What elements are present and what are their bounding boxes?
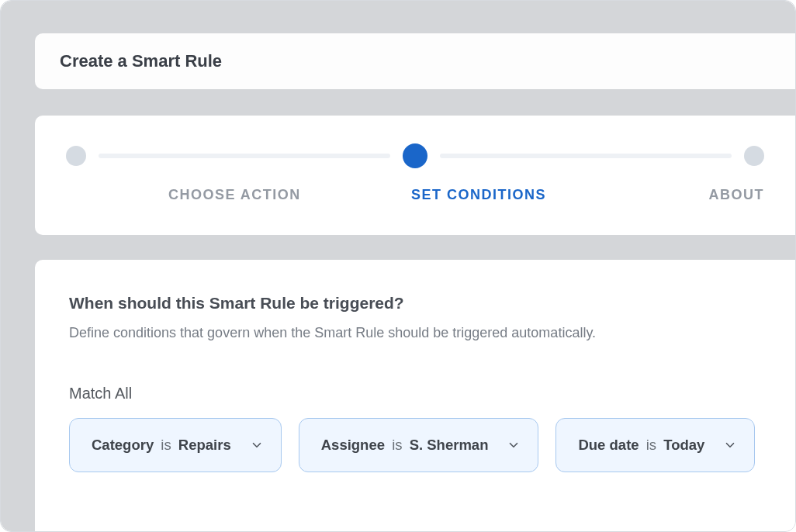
condition-pill-assignee[interactable]: Assignee is S. Sherman <box>299 418 539 472</box>
conditions-row: Category is Repairs Assignee is S. Sherm… <box>69 418 761 472</box>
chevron-down-icon <box>250 438 264 452</box>
stepper-track <box>66 143 764 168</box>
section-subheading: Define conditions that govern when the S… <box>69 325 761 341</box>
match-mode-label: Match All <box>69 385 761 402</box>
chevron-down-icon <box>507 438 521 452</box>
step-label-set-conditions[interactable]: SET CONDITIONS <box>411 187 546 203</box>
condition-pill-category[interactable]: Category is Repairs <box>69 418 282 472</box>
condition-text: Assignee is S. Sherman <box>321 437 489 454</box>
step-label-about[interactable]: ABOUT <box>709 187 765 203</box>
step-line <box>99 154 390 158</box>
title-card: Create a Smart Rule <box>35 33 795 89</box>
chevron-down-icon <box>723 438 737 452</box>
page-title: Create a Smart Rule <box>60 51 222 71</box>
condition-text: Due date is Today <box>578 437 704 454</box>
content-card: When should this Smart Rule be triggered… <box>35 260 795 531</box>
step-line <box>440 154 732 158</box>
step-dot-choose-action[interactable] <box>66 146 86 166</box>
step-label-choose-action[interactable]: CHOOSE ACTION <box>168 187 301 203</box>
step-dot-about[interactable] <box>744 146 764 166</box>
section-heading: When should this Smart Rule be triggered… <box>69 294 761 313</box>
stepper-card: CHOOSE ACTION SET CONDITIONS ABOUT <box>35 116 795 235</box>
condition-text: Category is Repairs <box>92 437 231 454</box>
condition-pill-due-date[interactable]: Due date is Today <box>555 418 755 472</box>
step-dot-set-conditions[interactable] <box>403 143 427 168</box>
